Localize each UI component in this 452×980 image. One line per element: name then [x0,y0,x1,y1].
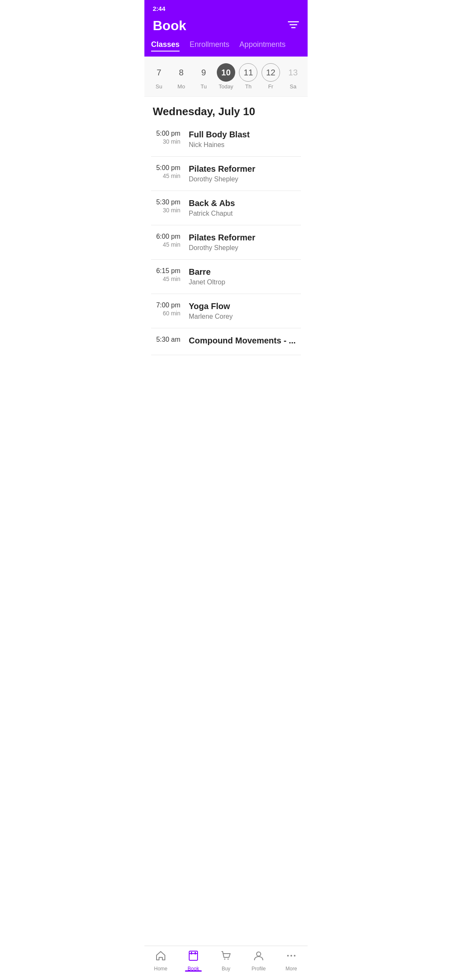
date-label-mo: Mo [177,83,185,90]
status-time: 2:44 [153,5,165,12]
date-num-10: 10 [217,63,235,82]
date-item-8[interactable]: 8 Mo [172,63,190,90]
date-num-9: 9 [195,63,213,82]
class-time-6: 5:30 am [151,336,189,344]
class-info-5: Yoga Flow Marlene Corey [189,302,301,320]
date-item-7[interactable]: 7 Su [150,63,168,90]
date-num-11: 11 [239,63,257,82]
class-item-4[interactable]: 6:15 pm 45 min Barre Janet Oltrop [151,260,301,294]
class-time-2: 5:30 pm 30 min [151,199,189,214]
tab-appointments[interactable]: Appointments [239,40,285,52]
filter-icon[interactable] [288,20,299,32]
tab-enrollments[interactable]: Enrollments [190,40,229,52]
header-title: Book [153,18,186,34]
date-label-tu: Tu [200,83,207,90]
tab-classes[interactable]: Classes [151,40,180,52]
class-list: 5:00 pm 30 min Full Body Blast Nick Hain… [144,122,308,355]
class-info-6: Compound Movements - ... [189,336,301,347]
date-num-13: 13 [284,63,302,82]
class-item-1[interactable]: 5:00 pm 45 min Pilates Reformer Dorothy … [151,157,301,191]
date-picker: 7 Su 8 Mo 9 Tu 10 Today 11 Th 12 Fr 13 S… [144,57,308,97]
class-info-1: Pilates Reformer Dorothy Shepley [189,164,301,183]
class-item-5[interactable]: 7:00 pm 60 min Yoga Flow Marlene Corey [151,294,301,328]
class-item-0[interactable]: 5:00 pm 30 min Full Body Blast Nick Hain… [151,122,301,157]
date-item-12[interactable]: 12 Fr [262,63,280,90]
date-item-9[interactable]: 9 Tu [195,63,213,90]
date-label-su: Su [156,83,162,90]
date-item-10[interactable]: 10 Today [217,63,235,90]
date-label-fr: Fr [268,83,273,90]
class-time-4: 6:15 pm 45 min [151,267,189,282]
date-num-8: 8 [172,63,190,82]
date-item-13[interactable]: 13 Sa [284,63,302,90]
class-info-0: Full Body Blast Nick Haines [189,130,301,149]
tab-navigation: Classes Enrollments Appointments [144,40,308,57]
date-num-12: 12 [262,63,280,82]
date-item-11[interactable]: 11 Th [239,63,257,90]
date-label-th: Th [245,83,252,90]
current-date-heading: Wednesday, July 10 [144,97,308,122]
date-label-sa: Sa [290,83,296,90]
class-info-2: Back & Abs Patrick Chaput [189,199,301,217]
header: Book [144,15,308,40]
class-info-4: Barre Janet Oltrop [189,267,301,286]
class-time-5: 7:00 pm 60 min [151,302,189,317]
class-item-3[interactable]: 6:00 pm 45 min Pilates Reformer Dorothy … [151,225,301,260]
class-time-0: 5:00 pm 30 min [151,130,189,145]
class-item-6[interactable]: 5:30 am Compound Movements - ... [151,328,301,355]
class-time-1: 5:00 pm 45 min [151,164,189,179]
class-time-3: 6:00 pm 45 min [151,233,189,248]
class-info-3: Pilates Reformer Dorothy Shepley [189,233,301,252]
status-bar: 2:44 [144,0,308,15]
date-num-7: 7 [150,63,168,82]
class-item-2[interactable]: 5:30 pm 30 min Back & Abs Patrick Chaput [151,191,301,225]
date-label-today: Today [219,83,234,90]
